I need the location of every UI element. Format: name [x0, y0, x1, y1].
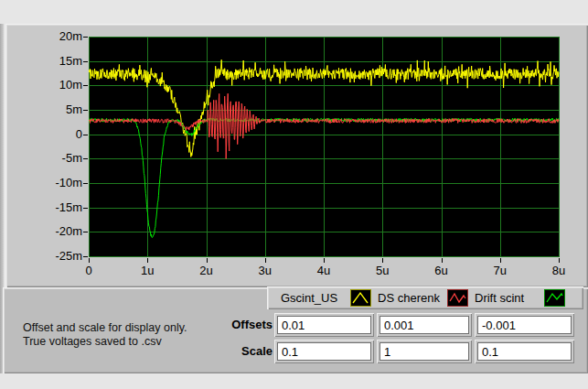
y-axis-tick — [83, 256, 88, 257]
x-axis-label: 8u — [552, 264, 565, 277]
drift-scint-waveform-icon[interactable] — [544, 289, 565, 307]
y-axis-label: 5m — [66, 103, 82, 116]
scale-field-ds-cherenk-frame — [377, 340, 472, 363]
y-axis-tick — [83, 61, 88, 62]
x-axis-label: 7u — [494, 264, 507, 277]
y-axis: 20m15m10m5m0-5m-10m-15m-20m-25m — [37, 0, 82, 275]
y-axis-tick — [83, 183, 88, 184]
legend-item-drift-scint[interactable]: Drift scint — [475, 289, 565, 307]
y-axis-label: 10m — [59, 78, 82, 92]
x-axis-tick — [442, 258, 443, 263]
y-axis-label: 0 — [76, 127, 82, 141]
x-axis: 01u2u3u4u5u6u7u8u — [0, 262, 588, 276]
y-axis-tick — [83, 208, 88, 209]
y-axis-label: 15m — [59, 54, 82, 68]
x-axis-tick — [500, 258, 501, 263]
display-note-line2: True voltages saved to .csv — [23, 335, 187, 349]
scale-field-drift-scint[interactable] — [477, 342, 572, 361]
offset-field-drift-scint[interactable] — [477, 316, 572, 334]
offset-field-drift-scint-frame — [475, 313, 574, 337]
y-axis-tick — [83, 85, 88, 86]
y-axis-label: -15m — [55, 200, 82, 214]
x-axis-tick — [559, 258, 560, 263]
scale-field-gscint-us-frame — [274, 340, 374, 363]
x-axis-label: 5u — [376, 264, 389, 277]
offset-field-ds-cherenk[interactable] — [380, 316, 469, 334]
x-axis-tick — [324, 258, 325, 263]
x-axis-label: 6u — [434, 264, 447, 277]
display-note: Offset and scale for display only. True … — [23, 321, 187, 349]
y-axis-label: -20m — [55, 224, 82, 238]
y-axis-label: -25m — [55, 249, 82, 263]
legend-label-gscint-us: Gscint_US — [281, 291, 337, 305]
offset-field-gscint-us[interactable] — [277, 316, 371, 334]
offset-field-ds-cherenk-frame — [377, 313, 472, 337]
x-axis-tick — [89, 258, 90, 263]
x-axis-tick — [207, 258, 208, 263]
x-axis-tick — [265, 258, 266, 263]
gscint-us-waveform-icon[interactable] — [350, 289, 371, 307]
y-axis-label: 20m — [59, 29, 82, 43]
x-axis-tick — [147, 258, 148, 263]
y-axis-label: -5m — [62, 151, 82, 165]
legend-item-ds-cherenk[interactable]: DS cherenk — [378, 289, 468, 307]
y-axis-label: -10m — [55, 176, 82, 189]
legend-label-ds-cherenk: DS cherenk — [378, 291, 440, 305]
x-axis-label: 0 — [85, 264, 91, 277]
x-axis-label: 1u — [141, 264, 154, 277]
offset-field-gscint-us-frame — [274, 313, 374, 337]
plot-legend: Gscint_US DS cherenk Drift scint — [267, 286, 583, 309]
x-axis-tick — [382, 258, 383, 263]
x-axis-label: 2u — [199, 264, 212, 277]
legend-item-gscint-us[interactable]: Gscint_US — [281, 289, 371, 307]
waveform-plot-area — [89, 37, 560, 257]
scale-label: Scale — [208, 344, 273, 358]
y-axis-tick — [83, 135, 88, 135]
scale-field-ds-cherenk[interactable] — [380, 342, 469, 361]
scale-field-drift-scint-frame — [475, 340, 574, 363]
x-axis-label: 4u — [317, 264, 330, 277]
y-axis-tick — [83, 232, 88, 232]
legend-label-drift-scint: Drift scint — [475, 291, 524, 305]
y-axis-tick — [83, 37, 88, 38]
ds-cherenk-waveform-icon[interactable] — [447, 289, 468, 307]
scale-field-gscint-us[interactable] — [277, 342, 371, 361]
x-axis-label: 3u — [259, 264, 272, 277]
y-axis-tick — [83, 110, 88, 111]
y-axis-tick — [83, 158, 88, 159]
display-note-line1: Offset and scale for display only. — [23, 321, 187, 335]
offsets-label: Offsets — [208, 318, 273, 331]
waveform-graph — [89, 37, 560, 257]
